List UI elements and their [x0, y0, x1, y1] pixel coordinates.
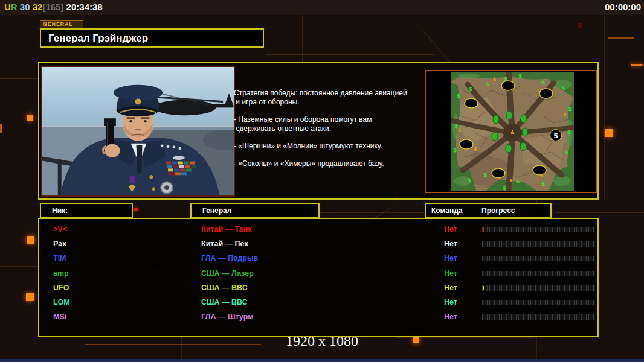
player-nick: UFO: [53, 284, 69, 292]
column-header-general: Генерал: [190, 203, 320, 218]
player-general: США — ВВС: [201, 298, 248, 306]
table-row[interactable]: LOM США — ВВС Нет: [39, 296, 597, 311]
svg-text:$: $: [457, 93, 460, 99]
general-title-box: Генерал Грэйнджер: [40, 28, 264, 48]
status-counters: UR 30 32[165] 20:34:38: [4, 2, 103, 12]
minimap-start-badge: 5: [553, 132, 558, 140]
progress-tick: [483, 286, 484, 290]
svg-text:$: $: [454, 123, 458, 129]
player-progress-bar: [481, 226, 596, 233]
resolution-label: 1920 x 1080: [0, 333, 644, 349]
briefing-paragraph: - «Шершни» и «Молнии» штурмуют технику.: [234, 142, 424, 151]
header-label: Генерал: [202, 206, 231, 215]
status-token-u: U: [4, 2, 11, 12]
player-progress-bar: [481, 314, 596, 320]
header-label-team: Команда: [431, 206, 462, 215]
svg-text:$: $: [562, 86, 565, 92]
player-team: Нет: [444, 313, 457, 321]
general-info-panel: Стратегия победы: постоянное давление ав…: [38, 62, 599, 200]
page-title: Генерал Грэйнджер: [41, 30, 263, 45]
svg-text:$: $: [503, 185, 506, 191]
player-roster-panel: >V< Китай — Танк Нет Pax Китай — Пех Нет…: [38, 218, 599, 337]
general-tab: GENERAL: [40, 20, 83, 28]
svg-text:$: $: [565, 150, 568, 156]
general-portrait: [42, 67, 234, 195]
player-general: США — Лазер: [201, 269, 254, 278]
player-nick: MSI: [53, 313, 66, 321]
svg-text:$: $: [468, 177, 471, 183]
minimap: $$$ $$$ $$$ $$$ $$$ $$: [451, 72, 574, 191]
table-row[interactable]: MSI ГЛА — Штурм Нет: [39, 311, 597, 325]
briefing-paragraph: - «Соколы» и «Химеры» продавливают базу.: [234, 159, 424, 168]
table-row[interactable]: TIM ГЛА — Подрыв Нет: [39, 252, 597, 267]
table-row[interactable]: amp США — Лазер Нет: [39, 267, 597, 282]
player-progress-bar: [481, 255, 596, 262]
match-timer: 00:00:00: [605, 2, 641, 12]
table-row[interactable]: >V< Китай — Танк Нет: [39, 223, 597, 238]
player-nick: LOM: [53, 298, 70, 306]
player-nick: TIM: [53, 254, 66, 262]
svg-text:$: $: [541, 181, 545, 187]
status-value-blue: 30: [20, 2, 30, 12]
svg-text:$: $: [483, 172, 487, 178]
general-portrait-frame: [41, 66, 235, 197]
column-header-nick: Ник:: [40, 203, 133, 218]
svg-text:$: $: [518, 73, 522, 79]
player-progress-bar: [481, 299, 596, 306]
player-progress-bar: [481, 270, 596, 277]
minimap-box: $$$ $$$ $$$ $$$ $$$ $$: [425, 70, 597, 193]
player-nick: >V<: [53, 225, 67, 233]
player-team: Нет: [444, 254, 457, 262]
header-label: Ник:: [52, 206, 68, 215]
status-value-bracket: [165]: [42, 2, 63, 12]
svg-text:$: $: [568, 106, 572, 112]
svg-text:$: $: [516, 179, 520, 185]
table-row[interactable]: Pax Китай — Пех Нет: [39, 238, 597, 252]
top-status-bar: UR 30 32[165] 20:34:38 00:00:00: [0, 0, 644, 15]
player-nick: Pax: [53, 240, 66, 248]
progress-tick: [483, 227, 484, 232]
player-progress-bar: [481, 241, 596, 247]
svg-text:$: $: [541, 80, 545, 86]
player-team: Нет: [444, 298, 457, 306]
player-general: Китай — Танк: [201, 225, 252, 233]
column-header-team-progress: Команда Прогресс: [425, 203, 552, 218]
strategy-briefing: Стратегия победы: постоянное давление ав…: [234, 89, 424, 177]
table-row[interactable]: UFO США — ВВС Нет: [39, 282, 597, 296]
player-team: Нет: [444, 284, 457, 292]
loading-screen: UR 30 32[165] 20:34:38 00:00:00 GENERAL …: [0, 0, 644, 362]
status-token-r: R: [11, 2, 18, 12]
player-general: США — ВВС: [201, 284, 248, 292]
player-team: Нет: [444, 240, 457, 248]
svg-text:$: $: [469, 86, 472, 92]
svg-text:$: $: [453, 147, 457, 153]
player-progress-bar: [481, 285, 596, 291]
player-general: Китай — Пех: [201, 240, 248, 248]
svg-text:$: $: [567, 129, 571, 135]
briefing-paragraph: Стратегия победы: постоянное давление ав…: [234, 89, 424, 107]
status-value-yellow: 32: [33, 2, 43, 12]
player-nick: amp: [53, 269, 69, 278]
player-general: ГЛА — Штурм: [201, 313, 254, 321]
player-team: Нет: [444, 269, 457, 278]
player-team: Нет: [444, 225, 457, 233]
header-label-progress: Прогресс: [481, 206, 515, 215]
briefing-paragraph: - Наземные силы и оборона помогут вам сд…: [234, 115, 424, 133]
player-general: ГЛА — Подрыв: [201, 254, 258, 262]
svg-text:$: $: [486, 81, 489, 87]
bottom-strip: [0, 359, 644, 362]
session-clock: 20:34:38: [66, 2, 103, 12]
